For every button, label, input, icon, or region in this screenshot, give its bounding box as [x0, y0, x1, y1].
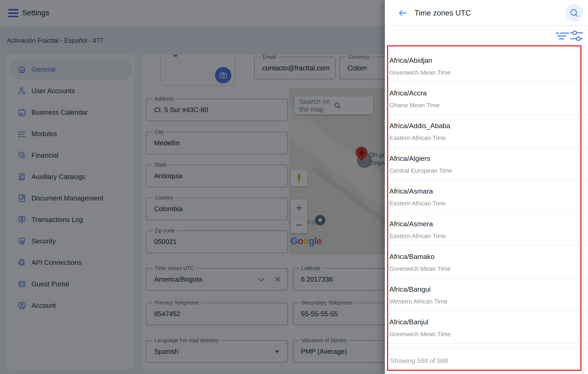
- timezone-list-item[interactable]: Africa/Asmera Eastern African Time: [385, 213, 588, 246]
- timezone-list: Africa/Abidjan Greenwich Mean Time Afric…: [385, 49, 588, 347]
- timezone-name: Africa/Asmera: [389, 220, 433, 228]
- modal-scrim[interactable]: [0, 0, 385, 374]
- timezone-list-item[interactable]: Africa/Algiers Central European Time: [385, 148, 588, 180]
- timezone-name: Africa/Addis_Ababa: [389, 122, 450, 130]
- filter-sliders-icon[interactable]: [570, 30, 583, 42]
- timezone-name: Africa/Accra: [389, 89, 427, 97]
- timezone-offset: Eastern African Time: [389, 134, 446, 142]
- timezone-list-item[interactable]: Africa/Banjul Greenwich Mean Time: [385, 311, 588, 344]
- timezone-panel: Time zones UTC Africa/Abidjan Greenwich …: [385, 0, 588, 374]
- timezone-panel-header: Time zones UTC: [385, 0, 588, 26]
- timezone-offset: Central European Time: [389, 167, 452, 174]
- timezone-name: Africa/Algiers: [389, 154, 430, 163]
- timezone-list-item[interactable]: Africa/Asmara Eastern African Time: [385, 180, 588, 213]
- showing-count: Showing 588 of 588: [390, 357, 448, 365]
- settings-page: Settings Email contacto@fracttal.com Cur…: [0, 0, 385, 374]
- timezone-name: Africa/Abidjan: [389, 56, 432, 64]
- search-icon: [569, 8, 579, 18]
- back-arrow-icon[interactable]: [397, 8, 408, 18]
- search-button[interactable]: [565, 4, 583, 22]
- timezone-offset: Ghana Mean Time: [389, 102, 440, 109]
- timezone-name: Africa/Asmara: [389, 187, 433, 195]
- timezone-list-item[interactable]: Africa/Addis_Ababa Eastern African Time: [385, 115, 588, 148]
- timezone-name: Africa/Bamako: [389, 253, 434, 261]
- sort-icon[interactable]: [556, 31, 569, 41]
- timezone-list-item[interactable]: Africa/Bangui Western African Time: [385, 278, 588, 311]
- timezone-offset: Eastern African Time: [389, 200, 446, 207]
- list-count-footer: Showing 588 of 588: [385, 348, 588, 371]
- panel-title: Time zones UTC: [414, 9, 471, 17]
- timezone-list-item[interactable]: Africa/Abidjan Greenwich Mean Time: [385, 49, 588, 82]
- timezone-list-item-partial: [385, 344, 588, 347]
- timezone-name: Africa/Bangui: [389, 285, 430, 293]
- timezone-offset: Greenwich Mean Time: [389, 331, 451, 338]
- timezone-name: Africa/Banjul: [389, 318, 428, 326]
- timezone-offset: Greenwich Mean Time: [389, 69, 451, 76]
- timezone-offset: Eastern African Time: [389, 232, 446, 240]
- timezone-offset: Greenwich Mean Time: [389, 265, 451, 272]
- timezone-list-item[interactable]: Africa/Accra Ghana Mean Time: [385, 82, 588, 115]
- timezone-list-item[interactable]: Africa/Bamako Greenwich Mean Time: [385, 246, 588, 278]
- timezone-offset: Western African Time: [389, 298, 448, 305]
